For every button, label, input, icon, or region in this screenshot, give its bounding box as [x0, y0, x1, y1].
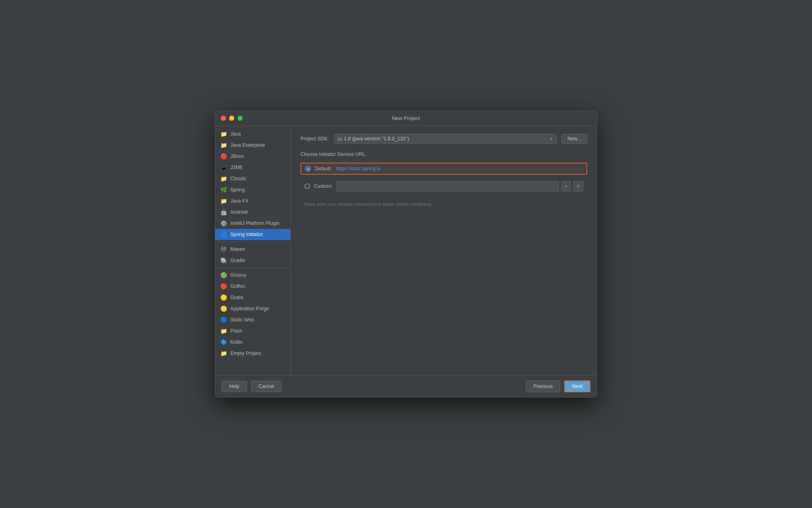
next-button[interactable]: Next	[564, 380, 590, 392]
sidebar-item-label: Kotlin	[230, 339, 243, 345]
sidebar-item-javafx[interactable]: 📁 Java FX	[215, 195, 290, 207]
sidebar-item-label: Gradle	[230, 258, 245, 263]
sidebar-item-spring-initializr[interactable]: 🌀 Spring Initializr	[215, 229, 290, 240]
application-forge-icon: 🟡	[220, 305, 227, 312]
sidebar-item-label: Clouds	[230, 176, 246, 181]
groovy-icon: 🟢	[220, 272, 227, 279]
static-web-icon: 🔵	[220, 316, 227, 323]
sdk-value: 🗂 1.8 (java version "1.8.0_131")	[337, 136, 409, 142]
sdk-new-button[interactable]: New...	[561, 134, 587, 144]
chevron-down-icon: ▼	[549, 137, 553, 141]
sidebar-item-j2me[interactable]: 📱 J2ME	[215, 162, 290, 173]
custom-settings-button[interactable]: ⚙	[573, 181, 583, 191]
sidebar-item-griffon[interactable]: 🔴 Griffon	[215, 281, 290, 292]
sidebar-item-java[interactable]: 📁 Java	[215, 128, 290, 140]
sidebar-item-label: Flash	[230, 328, 243, 334]
sidebar-item-static-web[interactable]: 🔵 Static Web	[215, 314, 290, 325]
new-project-window: New Project 📁 Java 📁 Java Enterprise 🔴 J…	[215, 110, 597, 398]
sidebar-item-label: Griffon	[230, 284, 245, 289]
flash-icon: 📁	[220, 327, 227, 335]
sidebar-item-gradle[interactable]: 🐘 Gradle	[215, 255, 290, 266]
footer: Help Cancel Previous Next	[215, 375, 597, 397]
hint-text: Make sure your network connection is act…	[304, 202, 587, 207]
android-icon: 🤖	[220, 209, 227, 216]
spring-icon: 🌿	[220, 186, 227, 193]
sidebar-divider-1	[215, 242, 290, 242]
sidebar-item-label: Java Enterprise	[230, 142, 265, 148]
maximize-button[interactable]	[237, 116, 243, 121]
sidebar-item-label: Empty Project	[230, 350, 261, 356]
content-spacer	[300, 207, 587, 367]
custom-radio[interactable]	[304, 183, 310, 189]
sidebar-item-application-forge[interactable]: 🟡 Application Forge	[215, 303, 290, 314]
spring-initializr-icon: 🌀	[220, 231, 227, 238]
content-panel: Project SDK: 🗂 1.8 (java version "1.8.0_…	[291, 126, 597, 375]
sidebar-item-intellij-platform[interactable]: ⚙️ IntelliJ Platform Plugin	[215, 218, 290, 229]
sidebar-divider-2	[215, 268, 290, 268]
sidebar-item-java-enterprise[interactable]: 📁 Java Enterprise	[215, 140, 290, 151]
sidebar-item-clouds[interactable]: 📁 Clouds	[215, 173, 290, 184]
sidebar-item-label: JBoss	[230, 154, 244, 159]
gradle-icon: 🐘	[220, 257, 227, 264]
empty-project-icon: 📁	[220, 350, 227, 357]
close-button[interactable]	[221, 116, 226, 121]
jboss-icon: 🔴	[220, 153, 227, 160]
sidebar-item-label: Static Web	[230, 317, 254, 323]
footer-right: Previous Next	[526, 380, 590, 392]
intellij-icon: ⚙️	[220, 220, 227, 227]
j2me-icon: 📱	[220, 164, 227, 171]
sidebar-item-label: Grails	[230, 295, 243, 300]
custom-input-row: ▼ ⚙	[337, 181, 583, 191]
custom-dropdown-button[interactable]: ▼	[561, 181, 571, 191]
clouds-icon: 📁	[220, 175, 227, 182]
grails-icon: 🟡	[220, 294, 227, 301]
sidebar-item-android[interactable]: 🤖 Android	[215, 207, 290, 218]
titlebar: New Project	[215, 111, 597, 126]
default-label: Default:	[315, 166, 332, 171]
sidebar-item-label: Groovy	[230, 272, 246, 278]
kotlin-icon: 🔷	[220, 339, 227, 346]
custom-option-row: Custom: ▼ ⚙	[300, 179, 587, 194]
main-area: 📁 Java 📁 Java Enterprise 🔴 JBoss 📱 J2ME …	[215, 126, 597, 375]
sidebar-item-empty-project[interactable]: 📁 Empty Project	[215, 348, 290, 359]
maven-icon: Ⓜ	[220, 246, 227, 253]
sidebar-item-spring[interactable]: 🌿 Spring	[215, 184, 290, 195]
sidebar-item-jboss[interactable]: 🔴 JBoss	[215, 151, 290, 162]
section-title: Choose Initializr Service URL.	[300, 152, 587, 157]
sdk-dropdown[interactable]: 🗂 1.8 (java version "1.8.0_131") ▼	[334, 134, 557, 144]
java-enterprise-icon: 📁	[220, 142, 227, 149]
sidebar-item-flash[interactable]: 📁 Flash	[215, 325, 290, 337]
custom-url-input[interactable]	[337, 181, 559, 191]
sidebar-item-label: J2ME	[230, 165, 243, 170]
sdk-row: Project SDK: 🗂 1.8 (java version "1.8.0_…	[300, 134, 587, 144]
sdk-label: Project SDK:	[300, 136, 329, 142]
sidebar-item-maven[interactable]: Ⓜ Maven	[215, 244, 290, 255]
sidebar-item-label: Application Forge	[230, 306, 269, 311]
sidebar-item-label: Android	[230, 209, 247, 215]
window-controls	[221, 116, 243, 121]
sidebar-item-label: Spring	[230, 187, 245, 193]
sidebar-item-label: Spring Initializr	[230, 232, 263, 237]
window-title: New Project	[392, 115, 420, 121]
sidebar-item-groovy[interactable]: 🟢 Groovy	[215, 270, 290, 281]
custom-label: Custom:	[314, 183, 333, 189]
sidebar-item-kotlin[interactable]: 🔷 Kotlin	[215, 337, 290, 348]
default-option-row: Default: https://start.spring.io	[300, 163, 587, 175]
sidebar-item-label: Maven	[230, 246, 245, 252]
sidebar-item-grails[interactable]: 🟡 Grails	[215, 292, 290, 303]
help-button[interactable]: Help	[222, 381, 247, 392]
cancel-button[interactable]: Cancel	[251, 381, 282, 392]
griffon-icon: 🔴	[220, 283, 227, 290]
javafx-icon: 📁	[220, 197, 227, 205]
sidebar: 📁 Java 📁 Java Enterprise 🔴 JBoss 📱 J2ME …	[215, 126, 291, 375]
default-radio[interactable]	[305, 166, 311, 171]
java-icon: 📁	[220, 130, 227, 138]
sidebar-item-label: IntelliJ Platform Plugin	[230, 221, 280, 226]
sidebar-item-label: Java FX	[230, 198, 249, 204]
sidebar-item-label: Java	[230, 131, 241, 137]
previous-button[interactable]: Previous	[526, 380, 561, 392]
minimize-button[interactable]	[229, 116, 234, 121]
default-url: https://start.spring.io	[336, 166, 381, 171]
